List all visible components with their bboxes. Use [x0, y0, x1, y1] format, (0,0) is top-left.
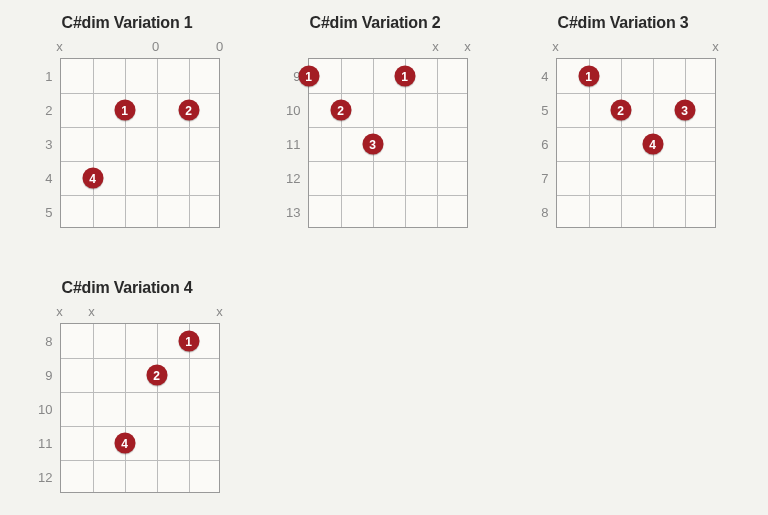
fret-label: 4: [35, 161, 53, 195]
chord-body: 910111213xx1231: [283, 40, 468, 229]
finger-dot: 3: [674, 100, 695, 121]
fret-line: [309, 161, 467, 162]
chord-title: C#dim Variation 1: [62, 14, 193, 32]
fretboard: 1243: [556, 58, 716, 228]
fret-line: [61, 195, 219, 196]
open-mute-mark: x: [56, 40, 63, 54]
string-line: [93, 324, 94, 492]
chord-diagram: C#dim Variation 112345x00412: [18, 14, 236, 229]
chord-diagram: C#dim Variation 345678xx1243: [514, 14, 732, 229]
fret-labels: 45678: [531, 59, 549, 229]
open-mute-mark: x: [88, 305, 95, 319]
fret-label: 10: [283, 93, 301, 127]
string-line: [621, 59, 622, 227]
string-line: [341, 59, 342, 227]
finger-dot: 4: [114, 433, 135, 454]
open-mute-mark: x: [464, 40, 471, 54]
open-marks-row: xx: [556, 40, 716, 58]
grid-area: xx1231: [308, 40, 468, 228]
fret-label: 11: [283, 127, 301, 161]
fret-label: 10: [35, 392, 53, 426]
open-marks-row: x00: [60, 40, 220, 58]
chord-title: C#dim Variation 4: [62, 279, 193, 297]
fret-line: [61, 127, 219, 128]
fret-label: 6: [531, 127, 549, 161]
string-line: [189, 59, 190, 227]
fretboard: 1231: [308, 58, 468, 228]
string-line: [125, 59, 126, 227]
chord-diagram: C#dim Variation 2910111213xx1231: [266, 14, 484, 229]
fret-line: [557, 161, 715, 162]
chord-body: 12345x00412: [35, 40, 220, 229]
fret-label: 5: [531, 93, 549, 127]
fret-label: 12: [35, 460, 53, 494]
open-mute-mark: x: [552, 40, 559, 54]
fret-label: 8: [35, 324, 53, 358]
chord-title: C#dim Variation 3: [558, 14, 689, 32]
grid-area: xx1243: [556, 40, 716, 228]
finger-dot: 2: [610, 100, 631, 121]
fret-label: 7: [531, 161, 549, 195]
finger-dot: 4: [82, 168, 103, 189]
fret-label: 5: [35, 195, 53, 229]
chord-body: 89101112xxx421: [35, 305, 220, 494]
string-line: [157, 59, 158, 227]
fret-line: [557, 195, 715, 196]
fret-line: [557, 93, 715, 94]
fretboard: 412: [60, 58, 220, 228]
fret-line: [61, 161, 219, 162]
finger-dot: 1: [578, 66, 599, 87]
fret-line: [309, 93, 467, 94]
fret-line: [61, 392, 219, 393]
fret-line: [309, 195, 467, 196]
fret-label: 12: [283, 161, 301, 195]
open-mute-mark: x: [712, 40, 719, 54]
fret-label: 8: [531, 195, 549, 229]
open-mute-mark: x: [56, 305, 63, 319]
finger-dot: 3: [362, 134, 383, 155]
fret-label: 9: [35, 358, 53, 392]
chord-body: 45678xx1243: [531, 40, 716, 229]
open-marks-row: xx: [308, 40, 468, 58]
finger-dot: 2: [146, 365, 167, 386]
open-mute-mark: x: [432, 40, 439, 54]
finger-dot: 4: [642, 134, 663, 155]
open-marks-row: xxx: [60, 305, 220, 323]
grid-area: x00412: [60, 40, 220, 228]
chord-diagram: C#dim Variation 489101112xxx421: [18, 279, 236, 494]
finger-dot: 2: [178, 100, 199, 121]
string-line: [157, 324, 158, 492]
fret-label: 3: [35, 127, 53, 161]
fret-labels: 910111213: [283, 59, 301, 229]
finger-dot: 1: [298, 66, 319, 87]
string-line: [685, 59, 686, 227]
fret-label: 2: [35, 93, 53, 127]
fret-line: [61, 460, 219, 461]
fret-label: 13: [283, 195, 301, 229]
fret-label: 4: [531, 59, 549, 93]
finger-dot: 1: [178, 331, 199, 352]
finger-dot: 1: [114, 100, 135, 121]
fret-line: [61, 358, 219, 359]
fret-line: [557, 127, 715, 128]
open-mute-mark: 0: [152, 40, 159, 54]
chord-title: C#dim Variation 2: [310, 14, 441, 32]
open-mute-mark: x: [216, 305, 223, 319]
string-line: [93, 59, 94, 227]
fret-label: 11: [35, 426, 53, 460]
finger-dot: 2: [330, 100, 351, 121]
fret-labels: 12345: [35, 59, 53, 229]
open-mute-mark: 0: [216, 40, 223, 54]
fret-label: 1: [35, 59, 53, 93]
finger-dot: 1: [394, 66, 415, 87]
string-line: [437, 59, 438, 227]
fret-line: [61, 93, 219, 94]
fret-labels: 89101112: [35, 324, 53, 494]
grid-area: xxx421: [60, 305, 220, 493]
string-line: [125, 324, 126, 492]
fretboard: 421: [60, 323, 220, 493]
fret-line: [61, 426, 219, 427]
fret-line: [309, 127, 467, 128]
chord-grid: C#dim Variation 112345x00412C#dim Variat…: [18, 14, 750, 494]
